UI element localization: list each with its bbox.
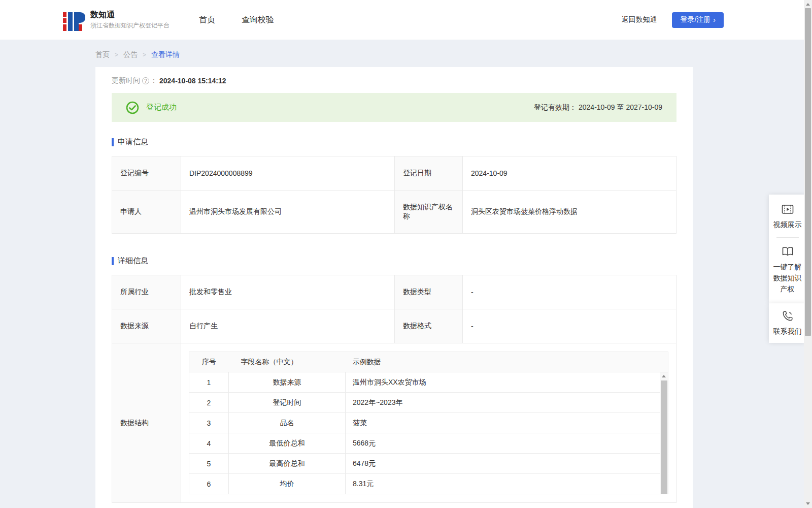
validity-value: 2024-10-09 至 2027-10-09 [579, 103, 662, 111]
cell-field-name: 品名 [229, 413, 346, 433]
top-header: 数知通 浙江省数据知识产权登记平台 首页 查询校验 返回数知通 登录/注册 › [0, 0, 804, 40]
cell-label: 数据知识产权名称 [395, 190, 463, 234]
detail-info-table: 所属行业 批发和零售业 数据类型 - 数据来源 自行产生 数据格式 - 数据结构 [112, 275, 676, 503]
structure-row: 2 登记时间 2022年~2023年 [189, 393, 668, 413]
nav-home[interactable]: 首页 [199, 0, 215, 40]
section-bar-icon [112, 138, 114, 146]
table-row: 申请人 温州市洞头市场发展有限公司 数据知识产权名称 洞头区农贸市场菠菜价格浮动… [112, 190, 676, 234]
scroll-up-arrow-icon[interactable] [662, 375, 666, 377]
structure-table-wrapper: 序号 字段名称（中文） 示例数据 1 数据来源 温州市洞头XX农贸市场 [189, 352, 668, 494]
cell-index: 5 [189, 454, 229, 474]
structure-row: 1 数据来源 温州市洞头XX农贸市场 [189, 372, 668, 393]
cell-label: 申请人 [112, 190, 181, 234]
cell-field-name: 均价 [229, 474, 346, 494]
application-info-table: 登记编号 DIP2024000008899 登记日期 2024-10-09 申请… [112, 156, 676, 234]
update-time-row: 更新时间 ? ： 2024-10-08 15:14:12 [112, 76, 676, 85]
breadcrumb: 首页 > 公告 > 查看详情 [0, 40, 812, 67]
cell-value: 温州市洞头市场发展有限公司 [181, 190, 395, 234]
cell-index: 4 [189, 433, 229, 454]
cell-value: - [463, 309, 676, 343]
column-header-field-name: 字段名称（中文） [229, 352, 346, 372]
logo-text: 数知通 浙江省数据知识产权登记平台 [90, 10, 170, 30]
section-bar-icon [112, 257, 114, 265]
cell-label: 数据结构 [112, 343, 181, 503]
breadcrumb-separator: > [115, 51, 118, 58]
data-structure-cell: 序号 字段名称（中文） 示例数据 1 数据来源 温州市洞头XX农贸市场 [181, 343, 676, 503]
detail-card: 更新时间 ? ： 2024-10-08 15:14:12 登记成功 登记有效期：… [95, 67, 693, 508]
login-register-label: 登录/注册 [680, 15, 710, 24]
logo[interactable]: 数知通 浙江省数据知识产权登记平台 [63, 9, 170, 31]
cell-label: 所属行业 [112, 275, 181, 309]
cell-label: 数据类型 [395, 275, 463, 309]
registration-status-banner: 登记成功 登记有效期： 2024-10-09 至 2027-10-09 [112, 93, 676, 122]
cell-label: 登记日期 [395, 156, 463, 190]
structure-row: 6 均价 8.31元 [189, 474, 668, 494]
video-demo-entry[interactable]: 视频展示 [771, 203, 804, 230]
cell-label: 数据格式 [395, 309, 463, 343]
structure-table-scrollbar[interactable] [660, 372, 668, 494]
table-row-data-structure: 数据结构 序号 字段名称（中文） 示例数据 [112, 343, 676, 503]
cell-value: 自行产生 [181, 309, 395, 343]
structure-row: 4 最低价总和 5668元 [189, 433, 668, 454]
scroll-up-arrow-icon[interactable] [806, 3, 810, 6]
float-panel-contact[interactable]: 联系我们 [769, 303, 806, 343]
cell-value: - [463, 275, 676, 309]
update-time-label: 更新时间 [112, 76, 140, 85]
cell-index: 3 [189, 413, 229, 433]
cell-index: 1 [189, 372, 229, 393]
cell-value: 洞头区农贸市场菠菜价格浮动数据 [463, 190, 676, 234]
scroll-down-arrow-icon[interactable] [806, 502, 810, 505]
column-header-sample-data: 示例数据 [346, 352, 668, 372]
section-detail-info: 详细信息 [112, 256, 676, 266]
structure-header-row: 序号 字段名称（中文） 示例数据 [189, 352, 668, 372]
video-icon [781, 203, 794, 216]
table-row: 数据来源 自行产生 数据格式 - [112, 309, 676, 343]
update-time-colon: ： [150, 76, 157, 85]
breadcrumb-home[interactable]: 首页 [95, 50, 110, 59]
learn-line-3: 产权 [771, 283, 804, 295]
cell-label: 数据来源 [112, 309, 181, 343]
cell-value: 批发和零售业 [181, 275, 395, 309]
cell-value: DIP2024000008899 [181, 156, 395, 190]
cell-field-name: 最高价总和 [229, 454, 346, 474]
nav-query-verify[interactable]: 查询校验 [242, 0, 274, 40]
scrollbar-thumb[interactable] [805, 8, 811, 336]
breadcrumb-current: 查看详情 [151, 50, 180, 59]
learn-line-1: 一键了解 [771, 261, 804, 272]
scrollbar-thumb[interactable] [661, 380, 667, 494]
structure-row: 3 品名 菠菜 [189, 413, 668, 433]
chevron-right-icon: › [713, 16, 716, 23]
contact-us-label: 联系我们 [771, 326, 804, 337]
cell-sample-data: 2022年~2023年 [346, 393, 668, 413]
cell-field-name: 登记时间 [229, 393, 346, 413]
cell-index: 6 [189, 474, 229, 494]
back-to-shuzhitong-link[interactable]: 返回数知通 [621, 15, 657, 24]
cell-sample-data: 菠菜 [346, 413, 668, 433]
status-text: 登记成功 [146, 103, 177, 112]
cell-index: 2 [189, 393, 229, 413]
divider [776, 237, 799, 238]
logo-title: 数知通 [90, 10, 170, 20]
main-nav: 首页 查询校验 [199, 0, 274, 40]
login-register-button[interactable]: 登录/注册 › [672, 12, 724, 28]
float-panel-top: 视频展示 一键了解 数据知识 产权 [769, 195, 806, 303]
update-time-value: 2024-10-08 15:14:12 [159, 77, 226, 85]
cell-field-name: 最低价总和 [229, 433, 346, 454]
cell-sample-data: 8.31元 [346, 474, 668, 494]
structure-row: 5 最高价总和 6478元 [189, 454, 668, 474]
breadcrumb-announcement[interactable]: 公告 [123, 50, 138, 59]
cell-sample-data: 6478元 [346, 454, 668, 474]
page-scrollbar[interactable] [804, 0, 812, 508]
book-icon [781, 245, 794, 258]
cell-sample-data: 5668元 [346, 433, 668, 454]
section-detail-title: 详细信息 [118, 256, 148, 266]
cell-label: 登记编号 [112, 156, 181, 190]
logo-subtitle: 浙江省数据知识产权登记平台 [90, 21, 170, 30]
validity-period: 登记有效期： 2024-10-09 至 2027-10-09 [534, 103, 662, 112]
learn-dataip-entry[interactable]: 一键了解 数据知识 产权 [771, 245, 804, 295]
header-right: 返回数知通 登录/注册 › [621, 12, 724, 28]
learn-line-2: 数据知识 [771, 272, 804, 283]
help-icon[interactable]: ? [142, 77, 149, 84]
success-check-icon [126, 101, 139, 114]
column-header-index: 序号 [189, 352, 229, 372]
